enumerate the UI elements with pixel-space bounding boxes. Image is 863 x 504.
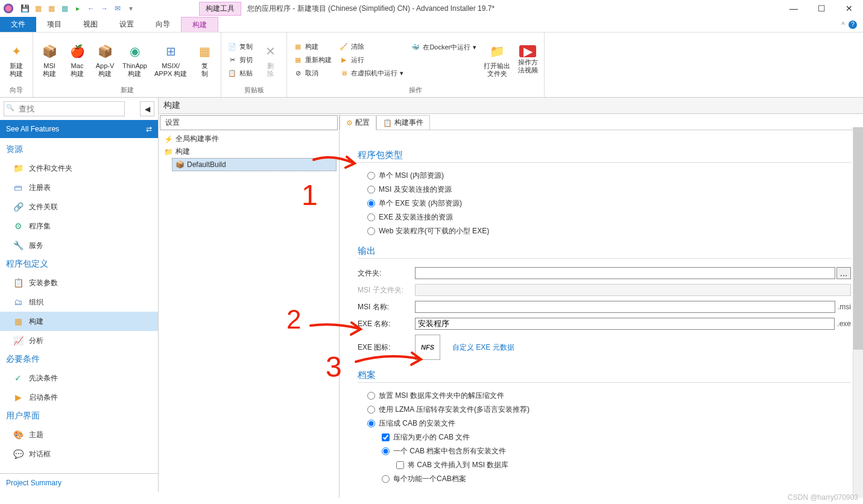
collapse-sidebar-button[interactable]: ◀ xyxy=(140,101,154,116)
context-tab-label: 构建工具 xyxy=(199,2,241,16)
copy-build-button[interactable]: ▦复 制 xyxy=(192,35,217,84)
radio-msi-linked[interactable] xyxy=(367,186,375,194)
rebuild-action[interactable]: ▦重新构建 xyxy=(291,54,334,66)
run-action[interactable]: ▶运行 xyxy=(337,54,406,66)
paste-button: 📋粘贴 xyxy=(225,67,255,79)
exe-icon-preview[interactable]: NFS xyxy=(415,335,440,360)
titlebar: 💾 ▦ ▦ ▦ ▸ ← → ✉ ▾ 构建工具 您的应用程序 - 新建项目 (Ch… xyxy=(0,0,863,17)
nav-organization[interactable]: 🗂组织 xyxy=(0,292,158,312)
tab-config[interactable]: ⚙配置 xyxy=(340,115,376,130)
nav-theme[interactable]: 🎨主题 xyxy=(0,425,158,444)
run-icon[interactable]: ▦ xyxy=(59,3,70,14)
msi-build-button[interactable]: 📦MSI 构建 xyxy=(37,35,62,84)
nav-prereq[interactable]: ✓先决条件 xyxy=(0,368,158,388)
radio-exe-linked[interactable] xyxy=(367,213,375,221)
radio-single-msi[interactable] xyxy=(367,172,375,180)
build-tree-panel: 设置 ⚡全局构建事件 📁构建 📦DefaultBuild xyxy=(159,114,340,498)
new-build-button[interactable]: ✦新建 构建 xyxy=(4,35,29,84)
mac-build-button[interactable]: 🍎Mac 构建 xyxy=(65,35,90,84)
build-action[interactable]: ▦构建 xyxy=(291,40,334,52)
options-icon[interactable]: ▦ xyxy=(46,3,57,14)
msi-name-input[interactable] xyxy=(415,301,835,313)
radio-cab-per-feature[interactable] xyxy=(382,475,390,483)
sidebar: ◀ See All Features⇄ 资源 📁文件和文件夹 🗃注册表 🔗文件关… xyxy=(0,98,159,492)
mail-icon[interactable]: ✉ xyxy=(112,3,123,14)
chevron-up-icon[interactable]: ^ xyxy=(841,20,845,29)
delete-button: ✕删 除 xyxy=(258,35,283,84)
radio-cab[interactable] xyxy=(367,420,375,427)
tab-build-events[interactable]: 📋构建事件 xyxy=(376,115,430,130)
radio-lzma[interactable] xyxy=(367,406,375,414)
nav-assemblies[interactable]: ⚙程序集 xyxy=(0,216,158,236)
tab-file[interactable]: 文件 xyxy=(0,17,36,32)
radio-single-exe[interactable] xyxy=(367,200,375,207)
open-output-folder[interactable]: 📁打开输出 文件夹 xyxy=(481,35,513,84)
nav-build[interactable]: ▦构建 xyxy=(0,312,158,331)
search-input[interactable] xyxy=(4,101,125,116)
section-pkgdef: 程序包定义 xyxy=(0,255,158,273)
radio-uncompressed[interactable] xyxy=(367,392,375,400)
section-archive: 档案 xyxy=(358,370,851,383)
dropdown-icon[interactable]: ▾ xyxy=(125,3,136,14)
tree-global-events[interactable]: ⚡全局构建事件 xyxy=(161,133,337,145)
close-button[interactable]: ✕ xyxy=(835,0,863,17)
run-vm-action[interactable]: 🖥在虚拟机中运行▾ xyxy=(337,67,406,79)
tab-settings[interactable]: 设置 xyxy=(109,17,145,32)
gear-icon: ⚙ xyxy=(346,119,353,127)
exe-name-input[interactable] xyxy=(415,318,835,330)
help-icon[interactable]: ? xyxy=(849,20,857,29)
nav-dialogs[interactable]: 💬对话框 xyxy=(0,444,158,464)
check-smaller-cab[interactable] xyxy=(382,433,390,441)
check-insert-cab-msi[interactable] xyxy=(396,461,404,469)
clear-action[interactable]: 🧹清除 xyxy=(337,40,406,52)
tree-settings-header: 设置 xyxy=(160,115,338,130)
forward-icon[interactable]: → xyxy=(99,3,110,14)
folder-input[interactable] xyxy=(415,267,835,279)
tab-project[interactable]: 项目 xyxy=(36,17,72,32)
tree-build-folder[interactable]: 📁构建 xyxy=(161,145,337,158)
tab-wizard[interactable]: 向导 xyxy=(145,17,181,32)
back-icon[interactable]: ← xyxy=(86,3,96,14)
section-output: 输出 xyxy=(358,245,851,259)
tab-view[interactable]: 视图 xyxy=(72,17,109,32)
section-package-type: 程序包类型 xyxy=(358,150,851,163)
nav-registry[interactable]: 🗃注册表 xyxy=(0,178,158,197)
howto-video[interactable]: ▶操作方 法视频 xyxy=(515,35,540,84)
tree-default-build[interactable]: 📦DefaultBuild xyxy=(172,158,337,171)
quick-access-toolbar: 💾 ▦ ▦ ▦ ▸ ← → ✉ ▾ xyxy=(17,3,139,14)
play-icon[interactable]: ▸ xyxy=(72,3,83,14)
custom-exe-metadata-link[interactable]: 自定义 EXE 元数据 xyxy=(452,342,514,353)
nav-launch[interactable]: ▶启动条件 xyxy=(0,388,158,407)
tab-build[interactable]: 构建 xyxy=(181,17,218,32)
minimize-button[interactable]: — xyxy=(780,0,808,17)
maximize-button[interactable]: ☐ xyxy=(808,0,835,17)
section-ui: 用户界面 xyxy=(0,407,158,425)
sync-icon: ⇄ xyxy=(146,125,152,133)
nav-file-assoc[interactable]: 🔗文件关联 xyxy=(0,197,158,216)
menu-tabs: 文件 项目 视图 设置 向导 构建 ^ ? xyxy=(0,17,863,33)
run-docker-action[interactable]: 🐳在Docker中运行▾ xyxy=(408,41,479,53)
appv-build-button[interactable]: 📦App-V 构建 xyxy=(92,35,118,84)
see-all-features[interactable]: See All Features⇄ xyxy=(0,120,158,138)
ribbon: ✦新建 构建 向导 📦MSI 构建 🍎Mac 构建 📦App-V 构建 ◉Thi… xyxy=(0,33,863,98)
radio-one-cab[interactable] xyxy=(382,447,390,455)
group-label-actions: 操作 xyxy=(291,84,540,95)
build-icon[interactable]: ▦ xyxy=(33,3,43,14)
nav-services[interactable]: 🔧服务 xyxy=(0,236,158,255)
radio-web-install[interactable] xyxy=(367,227,375,235)
section-resources: 资源 xyxy=(0,140,158,159)
vertical-scrollbar[interactable] xyxy=(853,127,863,498)
app-icon xyxy=(4,4,13,13)
nav-analytics[interactable]: 📈分析 xyxy=(0,331,158,350)
window-title: 您的应用程序 - 新建项目 (Chinese (Simplified) CN) … xyxy=(247,4,780,14)
group-label-new: 新建 xyxy=(37,84,217,95)
msix-build-button[interactable]: ⊞MSIX/ APPX 构建 xyxy=(152,35,189,84)
nav-files[interactable]: 📁文件和文件夹 xyxy=(0,159,158,178)
nav-install-params[interactable]: 📋安装参数 xyxy=(0,273,158,292)
project-summary-link[interactable]: Project Summary xyxy=(0,473,158,492)
browse-folder-button[interactable]: … xyxy=(836,267,851,279)
save-icon[interactable]: 💾 xyxy=(19,3,30,14)
copy-button: 📄复制 xyxy=(225,40,255,52)
thinapp-build-button[interactable]: ◉ThinApp 构建 xyxy=(120,35,150,84)
msi-subfolder-input xyxy=(415,284,851,296)
